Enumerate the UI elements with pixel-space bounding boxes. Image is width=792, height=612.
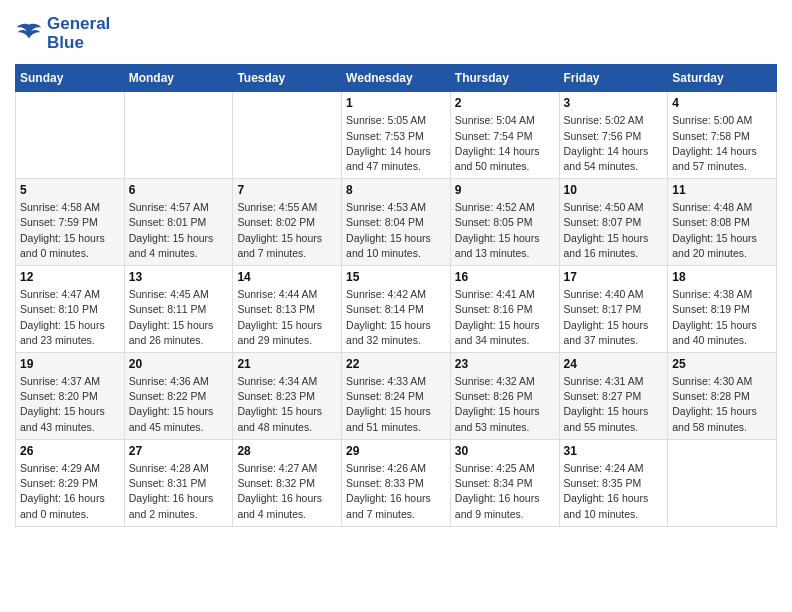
calendar-cell: 18Sunrise: 4:38 AM Sunset: 8:19 PM Dayli… [668,266,777,353]
day-info: Sunrise: 4:38 AM Sunset: 8:19 PM Dayligh… [672,287,772,348]
calendar-cell: 12Sunrise: 4:47 AM Sunset: 8:10 PM Dayli… [16,266,125,353]
calendar-cell: 10Sunrise: 4:50 AM Sunset: 8:07 PM Dayli… [559,179,668,266]
calendar-day-header: Tuesday [233,65,342,92]
day-number: 11 [672,183,772,197]
day-number: 21 [237,357,337,371]
calendar-cell: 25Sunrise: 4:30 AM Sunset: 8:28 PM Dayli… [668,353,777,440]
day-number: 31 [564,444,664,458]
day-info: Sunrise: 5:00 AM Sunset: 7:58 PM Dayligh… [672,113,772,174]
day-info: Sunrise: 4:47 AM Sunset: 8:10 PM Dayligh… [20,287,120,348]
day-number: 10 [564,183,664,197]
day-number: 4 [672,96,772,110]
day-number: 16 [455,270,555,284]
day-info: Sunrise: 4:52 AM Sunset: 8:05 PM Dayligh… [455,200,555,261]
calendar-week-row: 26Sunrise: 4:29 AM Sunset: 8:29 PM Dayli… [16,439,777,526]
calendar-cell [668,439,777,526]
calendar-cell: 21Sunrise: 4:34 AM Sunset: 8:23 PM Dayli… [233,353,342,440]
calendar-day-header: Saturday [668,65,777,92]
day-number: 13 [129,270,229,284]
calendar-cell: 15Sunrise: 4:42 AM Sunset: 8:14 PM Dayli… [342,266,451,353]
calendar-cell: 27Sunrise: 4:28 AM Sunset: 8:31 PM Dayli… [124,439,233,526]
calendar-day-header: Friday [559,65,668,92]
calendar-cell [233,92,342,179]
day-number: 25 [672,357,772,371]
calendar-week-row: 5Sunrise: 4:58 AM Sunset: 7:59 PM Daylig… [16,179,777,266]
day-number: 18 [672,270,772,284]
calendar-week-row: 1Sunrise: 5:05 AM Sunset: 7:53 PM Daylig… [16,92,777,179]
calendar-cell: 20Sunrise: 4:36 AM Sunset: 8:22 PM Dayli… [124,353,233,440]
day-number: 28 [237,444,337,458]
calendar-cell: 24Sunrise: 4:31 AM Sunset: 8:27 PM Dayli… [559,353,668,440]
day-number: 22 [346,357,446,371]
calendar-cell: 5Sunrise: 4:58 AM Sunset: 7:59 PM Daylig… [16,179,125,266]
day-info: Sunrise: 4:48 AM Sunset: 8:08 PM Dayligh… [672,200,772,261]
calendar-cell: 2Sunrise: 5:04 AM Sunset: 7:54 PM Daylig… [450,92,559,179]
day-number: 6 [129,183,229,197]
day-info: Sunrise: 4:33 AM Sunset: 8:24 PM Dayligh… [346,374,446,435]
logo-text: General Blue [47,15,110,52]
day-info: Sunrise: 5:02 AM Sunset: 7:56 PM Dayligh… [564,113,664,174]
day-info: Sunrise: 4:36 AM Sunset: 8:22 PM Dayligh… [129,374,229,435]
day-number: 5 [20,183,120,197]
day-info: Sunrise: 4:29 AM Sunset: 8:29 PM Dayligh… [20,461,120,522]
calendar-cell: 22Sunrise: 4:33 AM Sunset: 8:24 PM Dayli… [342,353,451,440]
day-number: 26 [20,444,120,458]
day-number: 1 [346,96,446,110]
day-info: Sunrise: 4:45 AM Sunset: 8:11 PM Dayligh… [129,287,229,348]
day-info: Sunrise: 4:40 AM Sunset: 8:17 PM Dayligh… [564,287,664,348]
logo: General Blue [15,15,110,52]
day-info: Sunrise: 4:27 AM Sunset: 8:32 PM Dayligh… [237,461,337,522]
calendar-cell: 13Sunrise: 4:45 AM Sunset: 8:11 PM Dayli… [124,266,233,353]
day-number: 19 [20,357,120,371]
calendar-cell: 7Sunrise: 4:55 AM Sunset: 8:02 PM Daylig… [233,179,342,266]
day-info: Sunrise: 4:34 AM Sunset: 8:23 PM Dayligh… [237,374,337,435]
calendar-cell: 9Sunrise: 4:52 AM Sunset: 8:05 PM Daylig… [450,179,559,266]
day-number: 12 [20,270,120,284]
calendar-day-header: Monday [124,65,233,92]
day-info: Sunrise: 4:44 AM Sunset: 8:13 PM Dayligh… [237,287,337,348]
logo-icon [15,20,43,48]
calendar-cell: 16Sunrise: 4:41 AM Sunset: 8:16 PM Dayli… [450,266,559,353]
day-number: 2 [455,96,555,110]
day-info: Sunrise: 4:31 AM Sunset: 8:27 PM Dayligh… [564,374,664,435]
day-info: Sunrise: 4:37 AM Sunset: 8:20 PM Dayligh… [20,374,120,435]
day-number: 14 [237,270,337,284]
day-info: Sunrise: 4:32 AM Sunset: 8:26 PM Dayligh… [455,374,555,435]
day-info: Sunrise: 4:53 AM Sunset: 8:04 PM Dayligh… [346,200,446,261]
calendar-week-row: 19Sunrise: 4:37 AM Sunset: 8:20 PM Dayli… [16,353,777,440]
day-number: 24 [564,357,664,371]
day-number: 29 [346,444,446,458]
calendar-cell: 8Sunrise: 4:53 AM Sunset: 8:04 PM Daylig… [342,179,451,266]
day-info: Sunrise: 5:04 AM Sunset: 7:54 PM Dayligh… [455,113,555,174]
calendar-cell: 3Sunrise: 5:02 AM Sunset: 7:56 PM Daylig… [559,92,668,179]
day-number: 30 [455,444,555,458]
calendar-cell: 1Sunrise: 5:05 AM Sunset: 7:53 PM Daylig… [342,92,451,179]
calendar-cell: 23Sunrise: 4:32 AM Sunset: 8:26 PM Dayli… [450,353,559,440]
day-info: Sunrise: 4:30 AM Sunset: 8:28 PM Dayligh… [672,374,772,435]
day-number: 20 [129,357,229,371]
day-info: Sunrise: 4:58 AM Sunset: 7:59 PM Dayligh… [20,200,120,261]
day-number: 8 [346,183,446,197]
calendar-cell [16,92,125,179]
calendar-header-row: SundayMondayTuesdayWednesdayThursdayFrid… [16,65,777,92]
day-number: 3 [564,96,664,110]
day-number: 27 [129,444,229,458]
calendar-cell: 19Sunrise: 4:37 AM Sunset: 8:20 PM Dayli… [16,353,125,440]
day-info: Sunrise: 4:55 AM Sunset: 8:02 PM Dayligh… [237,200,337,261]
day-number: 15 [346,270,446,284]
calendar-cell: 17Sunrise: 4:40 AM Sunset: 8:17 PM Dayli… [559,266,668,353]
day-info: Sunrise: 4:41 AM Sunset: 8:16 PM Dayligh… [455,287,555,348]
day-number: 23 [455,357,555,371]
day-info: Sunrise: 4:57 AM Sunset: 8:01 PM Dayligh… [129,200,229,261]
calendar-cell: 6Sunrise: 4:57 AM Sunset: 8:01 PM Daylig… [124,179,233,266]
calendar-cell: 28Sunrise: 4:27 AM Sunset: 8:32 PM Dayli… [233,439,342,526]
calendar-day-header: Thursday [450,65,559,92]
page-header: General Blue [15,15,777,52]
calendar-cell: 30Sunrise: 4:25 AM Sunset: 8:34 PM Dayli… [450,439,559,526]
calendar-day-header: Wednesday [342,65,451,92]
calendar-cell: 4Sunrise: 5:00 AM Sunset: 7:58 PM Daylig… [668,92,777,179]
calendar-cell: 14Sunrise: 4:44 AM Sunset: 8:13 PM Dayli… [233,266,342,353]
calendar-cell: 31Sunrise: 4:24 AM Sunset: 8:35 PM Dayli… [559,439,668,526]
day-info: Sunrise: 4:42 AM Sunset: 8:14 PM Dayligh… [346,287,446,348]
calendar-table: SundayMondayTuesdayWednesdayThursdayFrid… [15,64,777,526]
